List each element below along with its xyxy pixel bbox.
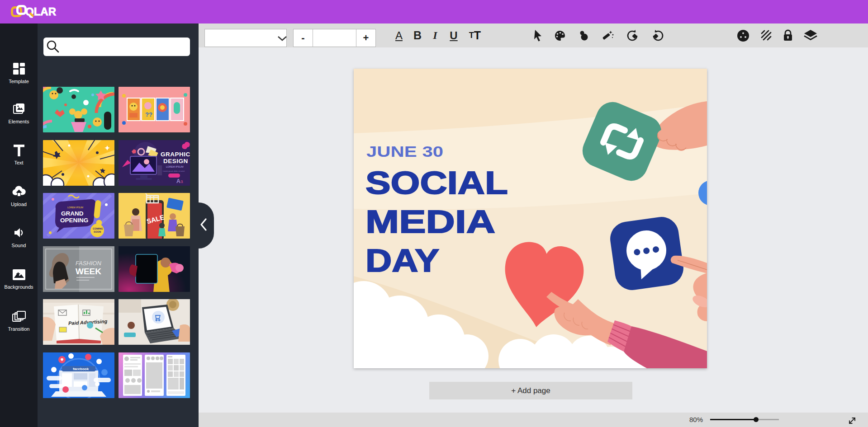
svg-text:LOREM IPSUM: LOREM IPSUM <box>67 206 83 209</box>
svg-text:GRAPHIC: GRAPHIC <box>161 151 190 158</box>
svg-text:A: A <box>176 178 180 184</box>
svg-text:Lorem ipsum dolor sit amet: Lorem ipsum dolor sit amet <box>163 170 185 172</box>
svg-text:DESIGN: DESIGN <box>163 158 188 164</box>
svg-text:facebook: facebook <box>73 367 89 371</box>
svg-text:a: a <box>180 179 183 184</box>
svg-text:COMING: COMING <box>93 227 103 230</box>
svg-text:QLAR: QLAR <box>25 5 56 18</box>
svg-text:JUNE 30: JUNE 30 <box>366 143 443 160</box>
svg-text:DAY: DAY <box>365 243 439 278</box>
svg-text:OPENING: OPENING <box>60 217 88 224</box>
svg-text:MEDIA: MEDIA <box>365 204 495 239</box>
svg-text:WEEK: WEEK <box>76 267 101 276</box>
svg-text:LOREM IPSUM: LOREM IPSUM <box>166 165 184 168</box>
svg-text:SOCIAL: SOCIAL <box>365 165 508 201</box>
svg-text:GRAND: GRAND <box>61 210 84 217</box>
svg-text:FASHION: FASHION <box>76 260 101 267</box>
svg-text:SOON: SOON <box>94 230 101 233</box>
svg-text:??: ?? <box>145 111 152 118</box>
